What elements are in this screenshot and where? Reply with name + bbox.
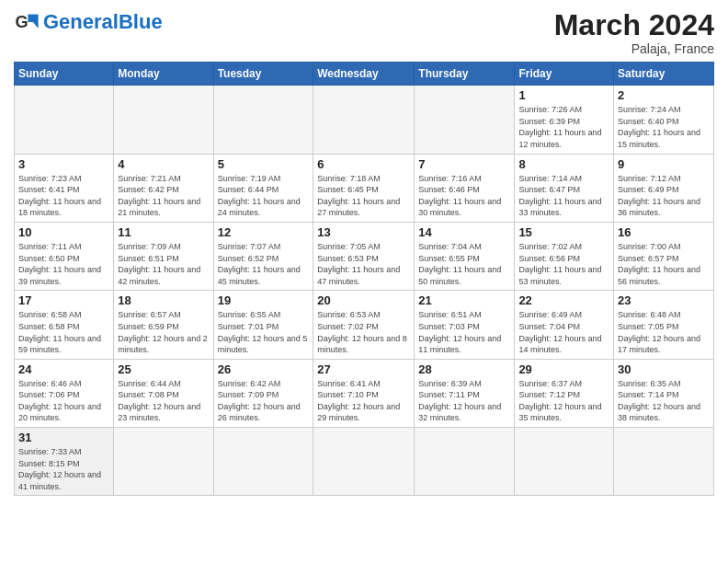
- day-number: 5: [218, 157, 310, 171]
- day-info: Sunrise: 7:07 AM Sunset: 6:52 PM Dayligh…: [218, 241, 310, 287]
- calendar-cell: 4Sunrise: 7:21 AM Sunset: 6:42 PM Daylig…: [114, 154, 213, 222]
- weekday-header-saturday: Saturday: [614, 63, 714, 86]
- weekday-header-wednesday: Wednesday: [313, 63, 415, 86]
- day-info: Sunrise: 7:16 AM Sunset: 6:46 PM Dayligh…: [418, 173, 510, 219]
- day-number: 15: [518, 225, 609, 239]
- day-info: Sunrise: 7:24 AM Sunset: 6:40 PM Dayligh…: [618, 104, 710, 150]
- day-number: 16: [618, 225, 710, 239]
- day-number: 11: [118, 225, 209, 239]
- calendar-cell: 26Sunrise: 6:42 AM Sunset: 7:09 PM Dayli…: [213, 359, 313, 427]
- day-number: 12: [218, 225, 310, 239]
- calendar-cell: 10Sunrise: 7:11 AM Sunset: 6:50 PM Dayli…: [15, 222, 114, 290]
- day-number: 14: [418, 225, 510, 239]
- calendar-cell: [515, 428, 614, 496]
- calendar-week-row: 24Sunrise: 6:46 AM Sunset: 7:06 PM Dayli…: [15, 359, 714, 427]
- day-number: 28: [418, 362, 510, 376]
- calendar-cell: 2Sunrise: 7:24 AM Sunset: 6:40 PM Daylig…: [614, 86, 714, 154]
- day-number: 17: [18, 293, 109, 307]
- calendar-cell: [114, 86, 213, 154]
- day-number: 9: [618, 157, 710, 171]
- calendar-week-row: 31Sunrise: 7:33 AM Sunset: 8:15 PM Dayli…: [15, 428, 714, 496]
- weekday-header-monday: Monday: [114, 63, 213, 86]
- day-info: Sunrise: 6:55 AM Sunset: 7:01 PM Dayligh…: [218, 309, 310, 355]
- weekday-header-thursday: Thursday: [415, 63, 515, 86]
- calendar: SundayMondayTuesdayWednesdayThursdayFrid…: [14, 62, 714, 496]
- calendar-cell: 30Sunrise: 6:35 AM Sunset: 7:14 PM Dayli…: [614, 359, 714, 427]
- day-number: 10: [18, 225, 109, 239]
- calendar-cell: 17Sunrise: 6:58 AM Sunset: 6:58 PM Dayli…: [15, 291, 114, 359]
- calendar-cell: 29Sunrise: 6:37 AM Sunset: 7:12 PM Dayli…: [515, 359, 614, 427]
- calendar-cell: [415, 86, 515, 154]
- day-info: Sunrise: 7:33 AM Sunset: 8:15 PM Dayligh…: [18, 446, 109, 492]
- calendar-cell: [313, 428, 415, 496]
- calendar-cell: 23Sunrise: 6:48 AM Sunset: 7:05 PM Dayli…: [614, 291, 714, 359]
- day-number: 19: [218, 293, 310, 307]
- calendar-cell: 16Sunrise: 7:00 AM Sunset: 6:57 PM Dayli…: [614, 222, 714, 290]
- calendar-cell: 25Sunrise: 6:44 AM Sunset: 7:08 PM Dayli…: [114, 359, 213, 427]
- title-area: March 2024 Palaja, France: [554, 9, 714, 56]
- day-number: 6: [317, 157, 410, 171]
- calendar-week-row: 1Sunrise: 7:26 AM Sunset: 6:39 PM Daylig…: [15, 86, 714, 154]
- weekday-header-tuesday: Tuesday: [213, 63, 313, 86]
- day-info: Sunrise: 7:04 AM Sunset: 6:55 PM Dayligh…: [418, 241, 510, 287]
- calendar-cell: 1Sunrise: 7:26 AM Sunset: 6:39 PM Daylig…: [515, 86, 614, 154]
- day-number: 26: [218, 362, 310, 376]
- month-title: March 2024: [554, 9, 714, 41]
- day-info: Sunrise: 7:19 AM Sunset: 6:44 PM Dayligh…: [218, 173, 310, 219]
- day-number: 18: [118, 293, 209, 307]
- day-info: Sunrise: 6:41 AM Sunset: 7:10 PM Dayligh…: [317, 378, 410, 424]
- day-info: Sunrise: 6:49 AM Sunset: 7:04 PM Dayligh…: [518, 309, 609, 355]
- calendar-week-row: 3Sunrise: 7:23 AM Sunset: 6:41 PM Daylig…: [15, 154, 714, 222]
- logo: G GeneralBlue: [14, 9, 163, 35]
- calendar-cell: 18Sunrise: 6:57 AM Sunset: 6:59 PM Dayli…: [114, 291, 213, 359]
- svg-text:G: G: [15, 13, 28, 31]
- day-number: 1: [518, 88, 609, 102]
- day-number: 7: [418, 157, 510, 171]
- day-info: Sunrise: 6:39 AM Sunset: 7:11 PM Dayligh…: [418, 378, 510, 424]
- logo-icon: G: [14, 9, 40, 35]
- calendar-cell: 19Sunrise: 6:55 AM Sunset: 7:01 PM Dayli…: [213, 291, 313, 359]
- calendar-cell: [614, 428, 714, 496]
- calendar-cell: 7Sunrise: 7:16 AM Sunset: 6:46 PM Daylig…: [415, 154, 515, 222]
- day-info: Sunrise: 7:23 AM Sunset: 6:41 PM Dayligh…: [18, 173, 109, 219]
- calendar-cell: 6Sunrise: 7:18 AM Sunset: 6:45 PM Daylig…: [313, 154, 415, 222]
- day-info: Sunrise: 6:42 AM Sunset: 7:09 PM Dayligh…: [218, 378, 310, 424]
- day-number: 20: [317, 293, 410, 307]
- day-number: 2: [618, 88, 710, 102]
- calendar-cell: 27Sunrise: 6:41 AM Sunset: 7:10 PM Dayli…: [313, 359, 415, 427]
- logo-blue: Blue: [119, 10, 163, 33]
- day-info: Sunrise: 7:00 AM Sunset: 6:57 PM Dayligh…: [618, 241, 710, 287]
- day-number: 31: [18, 431, 109, 444]
- day-number: 8: [518, 157, 609, 171]
- day-info: Sunrise: 6:48 AM Sunset: 7:05 PM Dayligh…: [618, 309, 710, 355]
- calendar-cell: 11Sunrise: 7:09 AM Sunset: 6:51 PM Dayli…: [114, 222, 213, 290]
- day-info: Sunrise: 7:14 AM Sunset: 6:47 PM Dayligh…: [518, 173, 609, 219]
- weekday-header-row: SundayMondayTuesdayWednesdayThursdayFrid…: [15, 63, 714, 86]
- day-info: Sunrise: 6:37 AM Sunset: 7:12 PM Dayligh…: [518, 378, 609, 424]
- day-info: Sunrise: 6:46 AM Sunset: 7:06 PM Dayligh…: [18, 378, 109, 424]
- svg-marker-1: [28, 15, 38, 22]
- day-info: Sunrise: 7:05 AM Sunset: 6:53 PM Dayligh…: [317, 241, 410, 287]
- calendar-cell: 15Sunrise: 7:02 AM Sunset: 6:56 PM Dayli…: [515, 222, 614, 290]
- calendar-cell: 9Sunrise: 7:12 AM Sunset: 6:49 PM Daylig…: [614, 154, 714, 222]
- calendar-cell: 28Sunrise: 6:39 AM Sunset: 7:11 PM Dayli…: [415, 359, 515, 427]
- calendar-week-row: 10Sunrise: 7:11 AM Sunset: 6:50 PM Dayli…: [15, 222, 714, 290]
- day-number: 29: [518, 362, 609, 376]
- day-info: Sunrise: 7:09 AM Sunset: 6:51 PM Dayligh…: [118, 241, 209, 287]
- logo-text: GeneralBlue: [43, 12, 163, 32]
- day-info: Sunrise: 7:12 AM Sunset: 6:49 PM Dayligh…: [618, 173, 710, 219]
- day-number: 22: [518, 293, 609, 307]
- calendar-cell: [114, 428, 213, 496]
- day-info: Sunrise: 7:02 AM Sunset: 6:56 PM Dayligh…: [518, 241, 609, 287]
- weekday-header-sunday: Sunday: [15, 63, 114, 86]
- calendar-cell: 14Sunrise: 7:04 AM Sunset: 6:55 PM Dayli…: [415, 222, 515, 290]
- calendar-cell: 20Sunrise: 6:53 AM Sunset: 7:02 PM Dayli…: [313, 291, 415, 359]
- calendar-cell: 31Sunrise: 7:33 AM Sunset: 8:15 PM Dayli…: [15, 428, 114, 496]
- calendar-cell: 21Sunrise: 6:51 AM Sunset: 7:03 PM Dayli…: [415, 291, 515, 359]
- day-info: Sunrise: 6:57 AM Sunset: 6:59 PM Dayligh…: [118, 309, 209, 355]
- logo-general: General: [43, 10, 119, 33]
- day-info: Sunrise: 6:44 AM Sunset: 7:08 PM Dayligh…: [118, 378, 209, 424]
- calendar-cell: 24Sunrise: 6:46 AM Sunset: 7:06 PM Dayli…: [15, 359, 114, 427]
- day-info: Sunrise: 6:35 AM Sunset: 7:14 PM Dayligh…: [618, 378, 710, 424]
- day-info: Sunrise: 7:11 AM Sunset: 6:50 PM Dayligh…: [18, 241, 109, 287]
